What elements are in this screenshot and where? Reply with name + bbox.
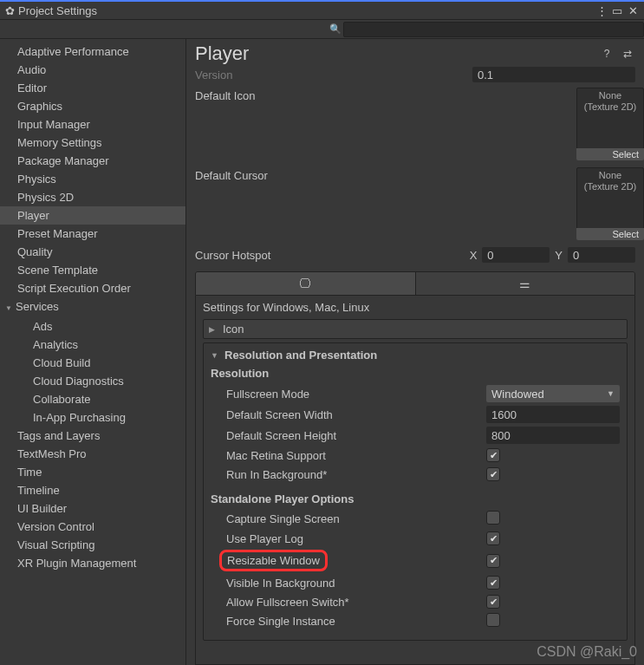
sidebar-item-editor[interactable]: Editor bbox=[0, 79, 185, 97]
version-input[interactable] bbox=[472, 67, 635, 82]
sidebar-item-graphics[interactable]: Graphics bbox=[0, 97, 185, 115]
version-label: Version bbox=[195, 68, 472, 81]
sidebar-item-analytics[interactable]: Analytics bbox=[0, 336, 185, 354]
use-player-log-row: Use Player Log bbox=[211, 529, 620, 548]
x-label: X bbox=[470, 249, 478, 262]
default-width-row: Default Screen Width bbox=[211, 404, 620, 425]
chevron-right-icon: ▶ bbox=[209, 325, 218, 334]
sidebar-item-scene-template[interactable]: Scene Template bbox=[0, 261, 185, 279]
sidebar-item-tags-and-layers[interactable]: Tags and Layers bbox=[0, 427, 185, 445]
platform-tabs: 🖵 ⚌ bbox=[195, 271, 635, 296]
sidebar-item-cloud-build[interactable]: Cloud Build bbox=[0, 354, 185, 372]
resolution-subhead: Resolution bbox=[211, 367, 620, 380]
sliders-icon: ⚌ bbox=[519, 277, 530, 290]
help-icon[interactable]: ? bbox=[599, 46, 615, 62]
hotspot-x-input[interactable] bbox=[482, 247, 550, 263]
visible-background-checkbox[interactable] bbox=[486, 576, 500, 590]
sidebar-item-collaborate[interactable]: Collaborate bbox=[0, 390, 185, 408]
default-cursor-label: Default Cursor bbox=[195, 167, 472, 182]
sidebar-item-xr-plugin-management[interactable]: XR Plugin Management bbox=[0, 554, 185, 572]
sidebar-item-ui-builder[interactable]: UI Builder bbox=[0, 499, 185, 518]
fullscreen-mode-row: Fullscreen Mode Windowed ▼ bbox=[211, 383, 620, 404]
run-background-row: Run In Background* bbox=[211, 465, 620, 484]
sidebar-item-ads[interactable]: Ads bbox=[0, 317, 185, 336]
select-button[interactable]: Select bbox=[576, 148, 644, 160]
content-header: Player ? ⇄ bbox=[186, 39, 644, 65]
sidebar-item-preset-manager[interactable]: Preset Manager bbox=[0, 225, 185, 243]
object-field: None (Texture 2D) bbox=[576, 88, 644, 150]
settings-sidebar: Adaptive PerformanceAudioEditorGraphicsI… bbox=[0, 39, 186, 665]
force-single-checkbox[interactable] bbox=[486, 613, 500, 627]
mac-retina-checkbox[interactable] bbox=[486, 448, 500, 462]
resizable-window-label: Resizable Window bbox=[227, 554, 320, 567]
use-player-log-checkbox[interactable] bbox=[486, 531, 500, 545]
resolution-foldout-label: Resolution and Presentation bbox=[224, 349, 377, 362]
none-label: None bbox=[599, 90, 621, 101]
sidebar-item-physics[interactable]: Physics bbox=[0, 170, 185, 188]
run-background-checkbox[interactable] bbox=[486, 467, 500, 481]
default-width-input[interactable] bbox=[486, 406, 620, 423]
sidebar-item-quality[interactable]: Quality bbox=[0, 243, 185, 261]
cursor-hotspot-label: Cursor Hotspot bbox=[195, 249, 465, 262]
close-icon[interactable]: ✕ bbox=[627, 4, 639, 17]
select-button[interactable]: Select bbox=[576, 228, 644, 240]
hotspot-y-input[interactable] bbox=[568, 247, 635, 263]
sidebar-item-cloud-diagnostics[interactable]: Cloud Diagnostics bbox=[0, 372, 185, 390]
default-height-row: Default Screen Height bbox=[211, 425, 620, 446]
capture-single-checkbox[interactable] bbox=[486, 511, 500, 525]
dropdown-value: Windowed bbox=[491, 388, 544, 401]
search-icon: 🔍 bbox=[329, 23, 342, 35]
sidebar-item-time[interactable]: Time bbox=[0, 463, 185, 481]
fullscreen-mode-label: Fullscreen Mode bbox=[226, 388, 486, 401]
preset-icon[interactable]: ⇄ bbox=[620, 46, 635, 62]
window-title: Project Settings bbox=[18, 4, 592, 17]
sidebar-item-services[interactable]: Services bbox=[0, 297, 185, 317]
fullscreen-mode-dropdown[interactable]: Windowed ▼ bbox=[486, 385, 620, 402]
default-icon-picker[interactable]: None (Texture 2D) Select bbox=[576, 88, 644, 160]
tab-other-platform[interactable]: ⚌ bbox=[415, 272, 635, 295]
sidebar-item-script-execution-order[interactable]: Script Execution Order bbox=[0, 279, 185, 297]
chevron-down-icon: ▼ bbox=[607, 389, 615, 398]
default-icon-label: Default Icon bbox=[195, 88, 472, 102]
icon-foldout-label: Icon bbox=[223, 323, 244, 336]
mac-retina-label: Mac Retina Support bbox=[226, 449, 486, 462]
resizable-window-row: Resizable Window bbox=[211, 548, 620, 573]
default-width-label: Default Screen Width bbox=[226, 408, 486, 421]
default-height-label: Default Screen Height bbox=[226, 429, 486, 442]
force-single-row: Force Single Instance bbox=[211, 611, 620, 631]
sidebar-item-package-manager[interactable]: Package Manager bbox=[0, 152, 185, 170]
sidebar-item-player[interactable]: Player bbox=[0, 206, 185, 225]
tab-standalone[interactable]: 🖵 bbox=[196, 272, 415, 295]
sidebar-item-version-control[interactable]: Version Control bbox=[0, 518, 185, 536]
object-field: None (Texture 2D) bbox=[576, 167, 644, 230]
sidebar-item-in-app-purchasing[interactable]: In-App Purchasing bbox=[0, 408, 185, 427]
resolution-foldout[interactable]: ▼ Resolution and Presentation bbox=[211, 349, 620, 362]
mac-retina-row: Mac Retina Support bbox=[211, 446, 620, 465]
default-height-input[interactable] bbox=[486, 427, 620, 444]
gear-icon: ✿ bbox=[5, 4, 15, 17]
none-label: None bbox=[599, 170, 621, 180]
y-label: Y bbox=[555, 249, 563, 262]
sidebar-item-textmesh-pro[interactable]: TextMesh Pro bbox=[0, 445, 185, 463]
sidebar-item-input-manager[interactable]: Input Manager bbox=[0, 115, 185, 134]
search-input[interactable] bbox=[343, 22, 644, 37]
visible-background-row: Visible In Background bbox=[211, 573, 620, 592]
sidebar-item-adaptive-performance[interactable]: Adaptive Performance bbox=[0, 42, 185, 61]
resizable-window-checkbox[interactable] bbox=[486, 554, 500, 568]
sidebar-item-visual-scripting[interactable]: Visual Scripting bbox=[0, 536, 185, 554]
titlebar: ✿ Project Settings ⋮ ▭ ✕ bbox=[0, 0, 644, 20]
icon-foldout[interactable]: ▶ Icon bbox=[203, 319, 628, 339]
default-cursor-picker[interactable]: None (Texture 2D) Select bbox=[576, 167, 644, 240]
settings-for-label: Settings for Windows, Mac, Linux bbox=[203, 301, 628, 314]
menu-icon[interactable]: ⋮ bbox=[595, 4, 608, 17]
page-title: Player bbox=[195, 42, 594, 65]
allow-fullscreen-label: Allow Fullscreen Switch* bbox=[226, 596, 486, 609]
sidebar-item-timeline[interactable]: Timeline bbox=[0, 481, 185, 499]
sidebar-item-memory-settings[interactable]: Memory Settings bbox=[0, 134, 185, 152]
maximize-icon[interactable]: ▭ bbox=[611, 4, 623, 17]
texture2d-label: (Texture 2D) bbox=[584, 181, 637, 192]
allow-fullscreen-checkbox[interactable] bbox=[486, 595, 500, 609]
chevron-down-icon: ▼ bbox=[211, 351, 219, 360]
sidebar-item-audio[interactable]: Audio bbox=[0, 61, 185, 79]
sidebar-item-physics-2d[interactable]: Physics 2D bbox=[0, 188, 185, 206]
